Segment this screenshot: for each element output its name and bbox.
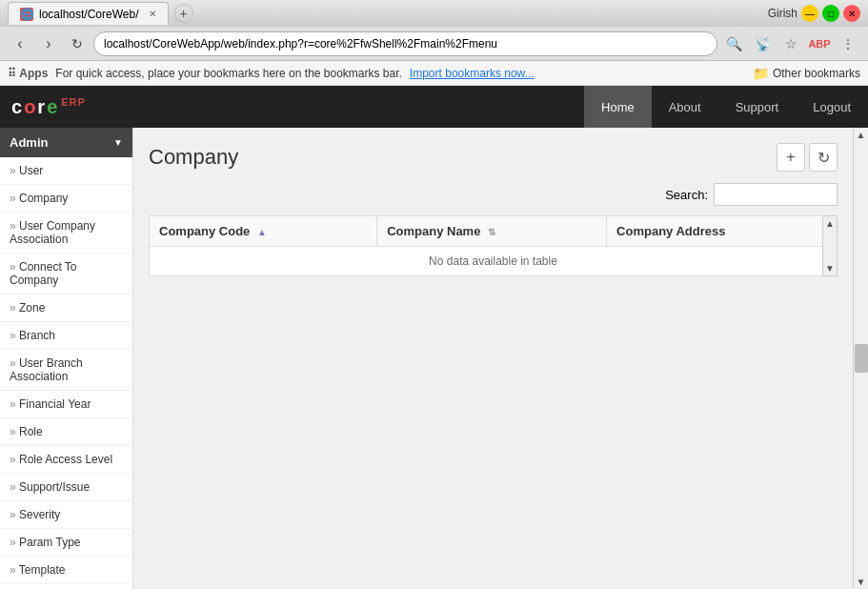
top-navbar: coreERP Home About Support Logout [0, 86, 868, 128]
sidebar-item-user[interactable]: User [0, 157, 132, 185]
page-scrollbar[interactable]: ▲ ▼ [853, 128, 868, 589]
logo: coreERP [11, 94, 86, 119]
sort-icon-company-name: ⇅ [488, 227, 495, 237]
user-label: Girish [768, 7, 797, 20]
scrollbar-thumb [855, 344, 868, 373]
browser-tab[interactable]: 🌐 localhost/CoreWeb/ ✕ [8, 2, 169, 25]
add-button[interactable]: + [777, 143, 805, 172]
sidebar-item-company[interactable]: Company [0, 185, 132, 213]
abbp-icon-button[interactable]: ABP [807, 31, 832, 56]
browser-controls: ‹ › ↻ 🔍 📡 ☆ ABP ⋮ [0, 27, 868, 61]
close-button[interactable]: ✕ [843, 5, 860, 22]
sidebar-item-connect-to-company[interactable]: Connect To Company [0, 254, 132, 294]
sidebar-item-user-branch-association[interactable]: User Branch Association [0, 350, 132, 391]
refresh-button[interactable]: ↻ [809, 143, 838, 172]
top-nav-links: Home About Support Logout [584, 86, 868, 128]
col-company-name[interactable]: Company Name ⇅ [377, 216, 607, 247]
section-title: Company [149, 145, 238, 170]
page-scroll-down[interactable]: ▼ [855, 575, 868, 589]
section-actions: + ↻ [777, 143, 838, 172]
minimize-button[interactable]: — [801, 5, 818, 22]
nav-about[interactable]: About [652, 86, 718, 128]
search-label: Search: [665, 188, 708, 202]
sidebar-item-role-access-level[interactable]: Role Access Level [0, 446, 132, 474]
maximize-button[interactable]: □ [822, 5, 839, 22]
search-bar: Search: [149, 183, 838, 206]
company-table: Company Code ▲ Company Name ⇅ Company Ad… [149, 215, 838, 276]
content-area: Company + ↻ Search: Company Code ▲ [133, 128, 853, 589]
sidebar-header[interactable]: Admin ▼ [0, 128, 132, 157]
apps-button[interactable]: ⠿ Apps [8, 67, 48, 80]
sidebar-header-label: Admin [10, 135, 48, 150]
browser-icons: 🔍 📡 ☆ ABP ⋮ [721, 31, 860, 56]
import-bookmarks-link[interactable]: Import bookmarks now... [410, 67, 535, 80]
tab-favicon: 🌐 [20, 8, 33, 21]
address-bar[interactable] [93, 31, 717, 56]
sidebar-item-param-type[interactable]: Param Type [0, 529, 132, 557]
tab-close-button[interactable]: ✕ [149, 9, 156, 19]
logo-core: core [11, 96, 59, 117]
reload-button[interactable]: ↻ [65, 31, 90, 56]
browser-titlebar: 🌐 localhost/CoreWeb/ ✕ + Girish — □ ✕ [0, 0, 868, 27]
page-scroll-up[interactable]: ▲ [855, 128, 868, 142]
bookmark-icon-button[interactable]: ☆ [778, 31, 803, 56]
sort-icon-company-code: ▲ [257, 227, 267, 237]
sidebar-collapse-icon: ▼ [113, 137, 123, 148]
bookmarks-bar: ⠿ Apps For quick access, place your book… [0, 61, 868, 86]
menu-icon-button[interactable]: ⋮ [836, 31, 860, 56]
col-company-address[interactable]: Company Address [607, 216, 838, 247]
app-wrapper: coreERP Home About Support Logout Admin … [0, 86, 868, 589]
main-layout: Admin ▼ User Company User Company Associ… [0, 128, 868, 589]
other-bookmarks-label[interactable]: Other bookmarks [773, 67, 860, 80]
col-company-code[interactable]: Company Code ▲ [150, 216, 377, 247]
back-button[interactable]: ‹ [8, 31, 32, 56]
forward-button[interactable]: › [36, 31, 61, 56]
search-input[interactable] [714, 183, 838, 206]
other-bookmarks: 📁 Other bookmarks [753, 66, 860, 81]
section-header: Company + ↻ [149, 143, 838, 172]
sidebar-item-role[interactable]: Role [0, 418, 132, 446]
bookmarks-hint: For quick access, place your bookmarks h… [55, 67, 402, 80]
table-header-row: Company Code ▲ Company Name ⇅ Company Ad… [150, 216, 838, 247]
logo-erp: ERP [61, 96, 86, 108]
cast-icon-button[interactable]: 📡 [750, 31, 775, 56]
table-scrollbar[interactable]: ▲ ▼ [822, 215, 838, 276]
sidebar: Admin ▼ User Company User Company Associ… [0, 128, 133, 589]
sidebar-item-zone[interactable]: Zone [0, 294, 132, 322]
sidebar-item-support-issue[interactable]: Support/Issue [0, 474, 132, 501]
sidebar-item-template[interactable]: Template [0, 557, 132, 584]
table-empty-row: No data available in table [150, 247, 838, 276]
sidebar-item-branch[interactable]: Branch [0, 322, 132, 350]
folder-icon: 📁 [753, 66, 769, 81]
nav-support[interactable]: Support [718, 86, 797, 128]
table-container: Company Code ▲ Company Name ⇅ Company Ad… [149, 215, 838, 276]
sidebar-item-user-company-association[interactable]: User Company Association [0, 213, 132, 254]
tab-title: localhost/CoreWeb/ [39, 8, 139, 21]
sidebar-item-severity[interactable]: Severity [0, 501, 132, 529]
nav-logout[interactable]: Logout [796, 86, 868, 128]
scroll-down-arrow[interactable]: ▼ [823, 261, 837, 275]
logo-text: coreERP [11, 94, 86, 119]
browser-chrome: 🌐 localhost/CoreWeb/ ✕ + Girish — □ ✕ ‹ … [0, 0, 868, 86]
new-tab-button[interactable]: + [174, 4, 193, 23]
nav-home[interactable]: Home [584, 86, 652, 128]
table-empty-message: No data available in table [150, 247, 838, 276]
sidebar-item-financial-year[interactable]: Financial Year [0, 391, 132, 418]
scroll-up-arrow[interactable]: ▲ [823, 216, 837, 231]
search-icon-button[interactable]: 🔍 [721, 31, 746, 56]
